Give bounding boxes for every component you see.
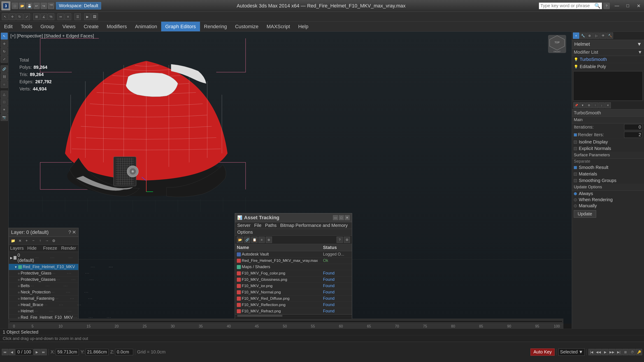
close-button[interactable]: ✕ <box>633 0 644 12</box>
motion-tab[interactable]: ▷ <box>593 32 600 39</box>
layers-close-btn[interactable]: ✕ <box>72 229 76 235</box>
asset-tb7[interactable]: ⚙ <box>344 237 350 243</box>
layer-helmet[interactable]: ○ Helmet ··· ··· ··· <box>9 308 78 315</box>
save-btn[interactable]: 💾 <box>26 3 32 9</box>
modifier-list-dropdown[interactable]: ▼ <box>638 50 642 55</box>
key-prev-btn[interactable]: ⏮ <box>2 349 8 355</box>
display-tab[interactable]: 👁 <box>600 32 606 39</box>
frame-next-btn[interactable]: ▶ <box>34 349 40 355</box>
scale-btn[interactable]: ⤢ <box>24 13 30 20</box>
surface-params-section[interactable]: Surface Parameters <box>572 152 644 159</box>
x-coord-field[interactable]: 59.713cm <box>56 349 79 355</box>
selected-dropdown[interactable]: Selected ▼ <box>558 349 585 356</box>
mode-btn[interactable]: ⊞ <box>622 349 629 355</box>
mirror-btn[interactable]: ⇔ <box>57 13 64 20</box>
menu-maxscript[interactable]: MAXScript <box>262 22 294 31</box>
layer-protective-glasses[interactable]: ○ Protective_Glasses ··· ··· ··· <box>9 277 78 283</box>
menu-customize[interactable]: Customize <box>231 22 262 31</box>
up-btn[interactable]: ↑ <box>592 102 598 108</box>
scale-tool[interactable]: ⤢ <box>1 55 8 63</box>
asset-scrollbar[interactable] <box>235 315 352 317</box>
layer-default[interactable]: ▶ 0 (default) ··· ··· ··· <box>9 252 78 264</box>
select-tool[interactable]: ↖ <box>1 32 8 40</box>
rotate-btn[interactable]: ↻ <box>16 13 23 20</box>
editable-poly-modifier[interactable]: 💡 Editable Poly <box>572 63 644 70</box>
asset-tb6[interactable]: ? <box>336 237 343 243</box>
asset-normal[interactable]: F10_MKV_Normal.png Found <box>235 289 352 296</box>
turbosmooth-modifier[interactable]: 💡 TurboSmooth <box>572 56 644 63</box>
menu-animation[interactable]: Animation <box>131 22 161 31</box>
layers-delete-btn[interactable]: ✕ <box>17 238 23 244</box>
asset-refract[interactable]: F10_MKV_Refract.png Found <box>235 308 352 315</box>
render-setup[interactable]: ▶ <box>84 13 91 20</box>
asset-tb2[interactable]: 🔗 <box>244 237 250 243</box>
key-filters-btn[interactable]: 🔑 <box>636 349 642 355</box>
layers-select-btn[interactable]: ↑ <box>37 238 43 244</box>
help-icon[interactable]: ? <box>603 3 610 9</box>
asset-restore-btn[interactable]: □ <box>339 215 344 220</box>
render-iters-checkbox[interactable] <box>574 133 577 136</box>
asset-glossiness[interactable]: F10_MKV_Glossiness.png Found <box>235 277 352 283</box>
menu-help[interactable]: Help <box>294 22 312 31</box>
asset-reflection[interactable]: F10_MKV_Reflection.png Found <box>235 302 352 308</box>
asset-tb1[interactable]: 📂 <box>237 237 243 243</box>
asset-options-row[interactable]: Options <box>235 229 352 236</box>
asset-ior[interactable]: F10_MKV_ior.png Found <box>235 283 352 289</box>
layer-protective-glass[interactable]: ○ Protective_Glass ··· ··· ··· <box>9 270 78 277</box>
update-options-section[interactable]: Update Options <box>572 184 644 191</box>
key-next-btn[interactable]: ⏭ <box>40 349 47 355</box>
layers-help-btn[interactable]: ? <box>68 229 71 235</box>
new-btn[interactable]: □ <box>12 3 18 9</box>
smoothing-groups-checkbox[interactable] <box>574 179 577 182</box>
layer-internal-fastening[interactable]: ○ Internal_Fastening ··· ··· ··· <box>9 296 78 302</box>
frame-counter[interactable]: 0 / 100 <box>15 349 33 355</box>
cameras-tool[interactable]: 📷 <box>1 114 8 121</box>
undo-btn[interactable]: ↩ <box>34 3 40 9</box>
play-btn[interactable]: ▶ <box>602 349 608 355</box>
create-tab[interactable]: + <box>573 32 579 39</box>
layer-neck-protection[interactable]: ○ Neck_Protection ··· ··· ··· <box>9 289 78 296</box>
nav-cube[interactable]: TOP FRONT <box>547 34 567 54</box>
layers-move-btn[interactable]: → <box>44 238 50 244</box>
layer-btn[interactable]: ☰ <box>74 13 81 20</box>
asset-maps-folder[interactable]: Maps / Shaders <box>235 264 352 270</box>
asset-close-btn[interactable]: ✕ <box>345 215 350 220</box>
move-tool[interactable]: ✛ <box>1 40 8 47</box>
percent-snap[interactable]: % <box>48 13 54 20</box>
manually-radio[interactable] <box>574 204 577 208</box>
main-section[interactable]: Main <box>572 117 644 123</box>
explicit-normals-checkbox[interactable] <box>574 147 577 150</box>
z-coord-field[interactable]: 0.0cm <box>115 349 133 355</box>
select-btn[interactable]: ↖ <box>2 13 8 20</box>
turbosmooth-section[interactable]: TurboSmooth <box>572 109 644 117</box>
workspace-button[interactable]: Workspace: Default <box>56 2 101 9</box>
next-frame-btn[interactable]: ▶▶ <box>609 349 615 355</box>
utilities-tab[interactable]: 🔨 <box>607 32 613 39</box>
snap-toggle[interactable]: ⊞ <box>33 13 40 20</box>
frame-prev-btn[interactable]: ◀ <box>8 349 15 355</box>
angle-snap[interactable]: ∡ <box>40 13 47 20</box>
update-button[interactable]: Update <box>574 210 596 218</box>
asset-tb3[interactable]: 📋 <box>251 237 258 243</box>
isoline-checkbox[interactable] <box>574 140 577 144</box>
menu-views[interactable]: Views <box>58 22 80 31</box>
redo-btn[interactable]: ↪ <box>41 3 47 9</box>
prev-frame-btn[interactable]: ◀◀ <box>595 349 602 355</box>
maximize-button[interactable]: □ <box>622 0 633 12</box>
last-frame-btn[interactable]: ▶| <box>616 349 622 355</box>
always-radio[interactable] <box>574 192 577 195</box>
bind-tool[interactable]: ○ <box>1 81 8 88</box>
iterations-value[interactable]: 0 <box>624 124 642 130</box>
shapes-tool[interactable]: △ <box>1 91 8 98</box>
open-btn[interactable]: 📂 <box>19 3 25 9</box>
layer-red-fire-helmet[interactable]: ▼ Red_Fire_Helmet_F10_MKV ··· ··· ··· <box>9 264 78 270</box>
menu-create[interactable]: Create <box>80 22 103 31</box>
geometry-tool[interactable]: □ <box>1 98 8 106</box>
funnel-btn[interactable]: ▼ <box>580 102 586 108</box>
layers-add-btn[interactable]: + <box>24 238 30 244</box>
layer-head-brace[interactable]: ○ Head_Brace ··· ··· ··· <box>9 302 78 308</box>
name-expand[interactable]: ▼ <box>637 41 642 47</box>
modify-tab[interactable]: 🔧 <box>580 32 586 39</box>
render-iters-value[interactable]: 2 <box>624 132 642 138</box>
menu-graph-editors[interactable]: Graph Editors <box>161 22 200 31</box>
